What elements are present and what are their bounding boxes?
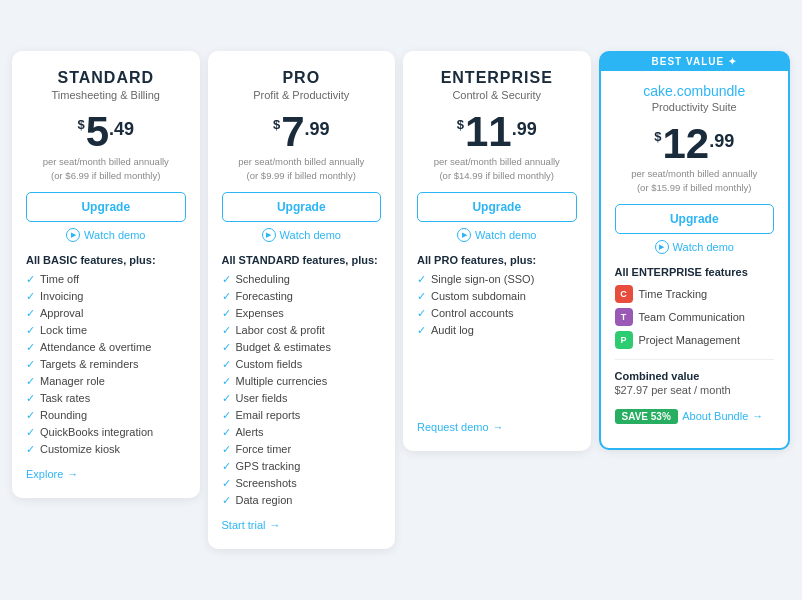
enterprise-play-icon: ▶	[457, 228, 471, 242]
team-communication-icon: T	[615, 308, 633, 326]
pro-price-row: $ 7 .99	[222, 111, 382, 153]
check-icon: ✓	[417, 307, 426, 320]
pro-plan-card: PRO Profit & Productivity $ 7 .99 per se…	[208, 51, 396, 549]
pro-upgrade-button[interactable]: Upgrade	[222, 192, 382, 222]
bundle-save-badge: SAVE 53%	[615, 409, 678, 424]
standard-upgrade-button[interactable]: Upgrade	[26, 192, 186, 222]
pro-watch-demo[interactable]: ▶ Watch demo	[222, 228, 382, 242]
check-icon: ✓	[26, 273, 35, 286]
bundle-play-icon: ▶	[655, 240, 669, 254]
enterprise-price-cents: .99	[512, 119, 537, 140]
pro-price-main: 7	[281, 111, 304, 153]
check-icon: ✓	[26, 290, 35, 303]
bundle-price-main: 12	[662, 123, 709, 165]
bundle-app-team-communication: T Team Communication	[615, 308, 775, 326]
check-icon: ✓	[26, 375, 35, 388]
pro-play-icon: ▶	[262, 228, 276, 242]
pro-price-note: per seat/month billed annually(or $9.99 …	[222, 155, 382, 182]
list-item: ✓Force timer	[222, 443, 382, 456]
enterprise-plan-name: ENTERPRISE	[417, 69, 577, 87]
list-item: ✓Rounding	[26, 409, 186, 422]
list-item: ✓Targets & reminders	[26, 358, 186, 371]
bundle-app-project-management: P Project Management	[615, 331, 775, 349]
list-item: ✓Manager role	[26, 375, 186, 388]
check-icon: ✓	[26, 341, 35, 354]
list-item: ✓Screenshots	[222, 477, 382, 490]
pro-price-cents: .99	[305, 119, 330, 140]
list-item: ✓Data region	[222, 494, 382, 507]
check-icon: ✓	[26, 392, 35, 405]
list-item: ✓Attendance & overtime	[26, 341, 186, 354]
bundle-app-time-tracking: C Time Tracking	[615, 285, 775, 303]
list-item: ✓Customize kiosk	[26, 443, 186, 456]
standard-price-row: $ 5 .49	[26, 111, 186, 153]
list-item: ✓QuickBooks integration	[26, 426, 186, 439]
enterprise-price-main: 11	[465, 111, 512, 153]
enterprise-plan-tagline: Control & Security	[417, 89, 577, 101]
bundle-about-link[interactable]: About Bundle →	[682, 410, 763, 422]
bundle-plan-tagline: Productivity Suite	[615, 101, 775, 113]
pro-features-list: ✓Scheduling ✓Forecasting ✓Expenses ✓Labo…	[222, 273, 382, 507]
check-icon: ✓	[222, 273, 231, 286]
list-item: ✓Expenses	[222, 307, 382, 320]
best-value-badge: BEST VALUE ✦	[601, 52, 789, 71]
bundle-combined-value-label: Combined value	[615, 370, 775, 382]
list-item: ✓Forecasting	[222, 290, 382, 303]
bundle-apps-list: C Time Tracking T Team Communication P P…	[615, 285, 775, 349]
check-icon: ✓	[222, 494, 231, 507]
enterprise-plan-card: ENTERPRISE Control & Security $ 11 .99 p…	[403, 51, 591, 451]
pro-price-dollar: $	[273, 117, 280, 132]
list-item: ✓Custom subdomain	[417, 290, 577, 303]
standard-price-note: per seat/month billed annually(or $6.99 …	[26, 155, 186, 182]
pricing-container: STANDARD Timesheeting & Billing $ 5 .49 …	[12, 51, 790, 549]
enterprise-watch-demo[interactable]: ▶ Watch demo	[417, 228, 577, 242]
list-item: ✓Control accounts	[417, 307, 577, 320]
enterprise-upgrade-button[interactable]: Upgrade	[417, 192, 577, 222]
pro-start-trial-link[interactable]: Start trial →	[222, 519, 281, 531]
check-icon: ✓	[26, 358, 35, 371]
list-item: ✓Task rates	[26, 392, 186, 405]
list-item: ✓Invoicing	[26, 290, 186, 303]
check-icon: ✓	[222, 460, 231, 473]
enterprise-request-demo-link[interactable]: Request demo →	[417, 421, 504, 433]
list-item: ✓Multiple currencies	[222, 375, 382, 388]
check-icon: ✓	[417, 324, 426, 337]
standard-price-main: 5	[86, 111, 109, 153]
list-item: ✓Lock time	[26, 324, 186, 337]
standard-play-icon: ▶	[66, 228, 80, 242]
pro-plan-name: PRO	[222, 69, 382, 87]
list-item: ✓Budget & estimates	[222, 341, 382, 354]
standard-price-dollar: $	[77, 117, 84, 132]
check-icon: ✓	[26, 426, 35, 439]
pro-plan-tagline: Profit & Productivity	[222, 89, 382, 101]
bundle-upgrade-button[interactable]: Upgrade	[615, 204, 775, 234]
bundle-price-cents: .99	[709, 131, 734, 152]
time-tracking-icon: C	[615, 285, 633, 303]
check-icon: ✓	[417, 273, 426, 286]
check-icon: ✓	[222, 392, 231, 405]
bundle-price-dollar: $	[654, 129, 661, 144]
check-icon: ✓	[222, 358, 231, 371]
pro-features-header: All STANDARD features, plus:	[222, 254, 382, 266]
standard-watch-demo[interactable]: ▶ Watch demo	[26, 228, 186, 242]
check-icon: ✓	[222, 477, 231, 490]
check-icon: ✓	[222, 426, 231, 439]
list-item: ✓Time off	[26, 273, 186, 286]
bundle-price-row: $ 12 .99	[615, 123, 775, 165]
list-item: ✓Labor cost & profit	[222, 324, 382, 337]
check-icon: ✓	[222, 324, 231, 337]
standard-plan-name: STANDARD	[26, 69, 186, 87]
list-item: ✓Email reports	[222, 409, 382, 422]
list-item: ✓User fields	[222, 392, 382, 405]
list-item: ✓Alerts	[222, 426, 382, 439]
standard-explore-link[interactable]: Explore →	[26, 468, 78, 480]
list-item: ✓Approval	[26, 307, 186, 320]
bundle-plan-name: cake.combundle	[615, 83, 775, 99]
list-item: ✓Single sign-on (SSO)	[417, 273, 577, 286]
check-icon: ✓	[222, 443, 231, 456]
list-item: ✓Scheduling	[222, 273, 382, 286]
bundle-watch-demo[interactable]: ▶ Watch demo	[615, 240, 775, 254]
check-icon: ✓	[26, 409, 35, 422]
check-icon: ✓	[222, 409, 231, 422]
check-icon: ✓	[222, 307, 231, 320]
